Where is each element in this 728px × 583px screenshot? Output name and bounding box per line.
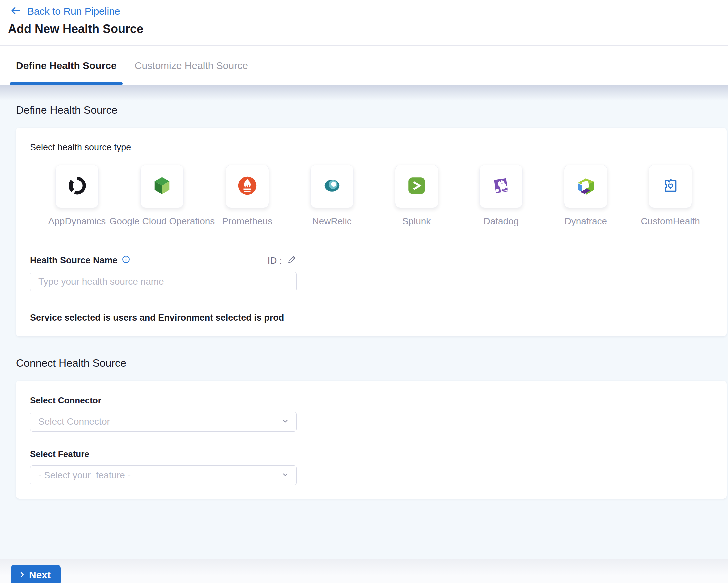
- back-link[interactable]: Back to Run Pipeline: [27, 6, 120, 17]
- tab-customize-health-source[interactable]: Customize Health Source: [135, 46, 248, 85]
- source-type-row: AppDynamics Google Cloud Operations: [35, 165, 713, 226]
- source-label: AppDynamics: [48, 216, 106, 226]
- source-label: Splunk: [402, 216, 431, 226]
- connect-section-heading: Connect Health Source: [16, 336, 728, 369]
- source-label: CustomHealth: [641, 216, 700, 226]
- source-option-dynatrace[interactable]: Dynatrace: [543, 165, 628, 226]
- customhealth-tile[interactable]: [649, 165, 692, 208]
- newrelic-icon: [321, 174, 343, 198]
- content-area: Define Health Source Select health sourc…: [0, 85, 728, 559]
- page-title: Add New Health Source: [8, 22, 728, 36]
- info-icon: [122, 255, 130, 266]
- select-source-type-label: Select health source type: [30, 142, 713, 152]
- dynatrace-icon: [575, 174, 597, 198]
- health-source-name-label: Health Source Name: [30, 255, 118, 266]
- next-button-label: Next: [29, 570, 51, 581]
- chevron-down-icon: [281, 470, 290, 480]
- source-label: Prometheus: [222, 216, 272, 226]
- feature-select-value: - Select your feature -: [38, 470, 131, 481]
- datadog-icon: [490, 174, 512, 198]
- add-health-source-page: Back to Run Pipeline Add New Health Sour…: [0, 0, 728, 583]
- newrelic-tile[interactable]: [310, 165, 354, 208]
- feature-select[interactable]: - Select your feature -: [30, 465, 297, 485]
- appdynamics-tile[interactable]: [55, 165, 99, 208]
- define-card: Select health source type AppDynamics: [16, 128, 727, 336]
- google-cloud-operations-tile[interactable]: [140, 165, 184, 208]
- datadog-tile[interactable]: [479, 165, 523, 208]
- connector-select-value: Select Connector: [38, 416, 110, 427]
- source-option-appdynamics[interactable]: AppDynamics: [35, 165, 119, 226]
- tab-define-health-source[interactable]: Define Health Source: [16, 46, 117, 85]
- back-navigation[interactable]: Back to Run Pipeline: [0, 5, 728, 18]
- source-option-datadog[interactable]: Datadog: [459, 165, 543, 226]
- source-label: NewRelic: [312, 216, 352, 226]
- source-label: Datadog: [483, 216, 519, 226]
- dynatrace-tile[interactable]: [564, 165, 607, 208]
- prometheus-icon: [236, 174, 258, 198]
- chevron-right-icon: [18, 570, 26, 581]
- health-source-name-label-group: Health Source Name: [30, 255, 130, 266]
- edit-pencil-icon[interactable]: [287, 254, 297, 266]
- source-option-google-cloud-operations[interactable]: Google Cloud Operations: [119, 165, 205, 226]
- id-label-group: ID :: [267, 254, 297, 266]
- source-option-newrelic[interactable]: NewRelic: [290, 165, 374, 226]
- source-label: Dynatrace: [564, 216, 607, 226]
- connect-card: Select Connector Select Connector Select…: [16, 381, 727, 499]
- service-environment-note: Service selected is users and Environmen…: [30, 313, 713, 323]
- appdynamics-icon: [66, 174, 88, 198]
- next-button[interactable]: Next: [11, 565, 61, 583]
- connector-select[interactable]: Select Connector: [30, 412, 297, 432]
- tab-bar: Define Health Source Customize Health So…: [0, 46, 728, 85]
- health-source-name-row: Health Source Name ID :: [30, 254, 297, 266]
- select-connector-label: Select Connector: [30, 395, 713, 406]
- header: Back to Run Pipeline Add New Health Sour…: [0, 0, 728, 46]
- source-option-prometheus[interactable]: Prometheus: [205, 165, 290, 226]
- source-label: Google Cloud Operations: [109, 216, 215, 226]
- source-option-customhealth[interactable]: CustomHealth: [628, 165, 713, 226]
- splunk-tile[interactable]: [395, 165, 438, 208]
- id-label: ID :: [267, 255, 282, 266]
- source-option-splunk[interactable]: Splunk: [374, 165, 459, 226]
- select-feature-label: Select Feature: [30, 449, 713, 460]
- arrow-left-icon: [10, 5, 21, 18]
- chevron-down-icon: [281, 417, 290, 427]
- footer-bar: Next: [0, 559, 728, 583]
- health-source-name-input[interactable]: [30, 272, 297, 292]
- google-cloud-operations-icon: [151, 174, 173, 198]
- prometheus-tile[interactable]: [226, 165, 269, 208]
- splunk-icon: [406, 174, 428, 198]
- customhealth-icon: [659, 174, 681, 198]
- define-section-heading: Define Health Source: [16, 85, 728, 116]
